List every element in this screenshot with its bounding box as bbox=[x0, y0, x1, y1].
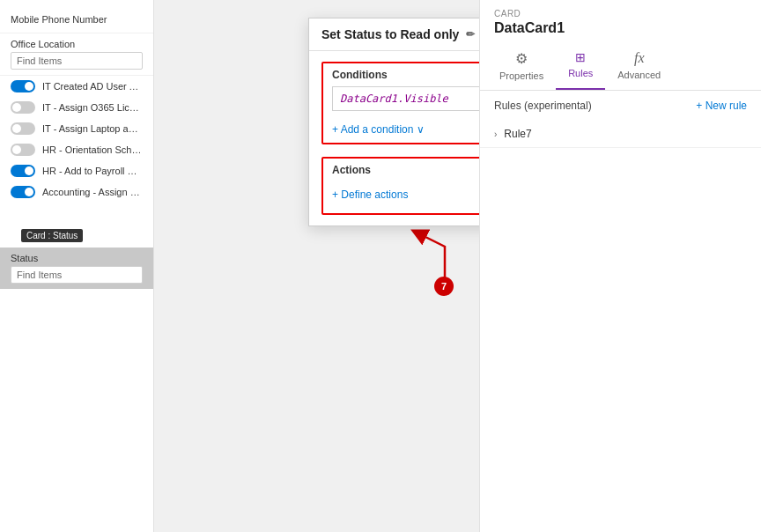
toggle-row-5: Accounting - Assign Debit C bbox=[0, 181, 153, 203]
actions-label: Actions bbox=[323, 159, 479, 180]
chevron-down-icon: ∨ bbox=[417, 123, 425, 136]
rules-title: Rules (experimental) bbox=[494, 100, 592, 112]
actions-section: Actions + Define actions bbox=[321, 157, 479, 215]
conditions-label: Conditions bbox=[323, 63, 479, 85]
toggle-4[interactable] bbox=[11, 165, 35, 177]
chevron-right-icon: › bbox=[494, 129, 497, 139]
conditions-section: Conditions DataCard1.Visible + Add a con… bbox=[321, 62, 479, 144]
define-actions-label: + Define actions bbox=[332, 188, 408, 201]
rule-item-0[interactable]: › Rule7 bbox=[480, 121, 761, 148]
modal-body: Conditions DataCard1.Visible + Add a con… bbox=[309, 51, 479, 225]
toggle-row-4: HR - Add to Payroll System bbox=[0, 160, 153, 181]
toggle-2[interactable] bbox=[11, 122, 35, 135]
toggle-5[interactable] bbox=[11, 186, 35, 198]
toggle-label-3: HR - Orientation Scheduled bbox=[42, 144, 143, 155]
toggle-label-2: IT - Assign Laptop and othe bbox=[42, 123, 143, 134]
set-status-modal: Set Status to Read only ✏ ✕ Conditions D… bbox=[308, 18, 479, 226]
tab-advanced[interactable]: fx Advanced bbox=[605, 43, 673, 90]
mobile-phone-field-group: Mobile Phone Number bbox=[0, 9, 153, 33]
tab-properties[interactable]: ⚙ Properties bbox=[487, 43, 556, 90]
tab-advanced-label: Advanced bbox=[617, 70, 661, 80]
rule-name-0: Rule7 bbox=[504, 128, 531, 140]
office-location-input[interactable]: Find Items bbox=[11, 52, 143, 70]
mobile-phone-label: Mobile Phone Number bbox=[11, 14, 143, 25]
arrow-7-container: 7 bbox=[410, 229, 471, 293]
modal-title-text: Set Status to Read only bbox=[321, 27, 459, 41]
toggle-0[interactable] bbox=[11, 80, 35, 92]
new-rule-button[interactable]: + New rule bbox=[696, 100, 747, 112]
office-location-field-group: Office Location Find Items bbox=[0, 33, 153, 76]
toggle-label-1: IT - Assign O365 Licenses bbox=[42, 102, 143, 113]
right-panel: CARD DataCard1 ⚙ Properties ⊞ Rules fx A… bbox=[479, 0, 761, 532]
status-section: Status Find Items bbox=[0, 248, 153, 289]
properties-icon: ⚙ bbox=[515, 50, 528, 67]
toggle-label-4: HR - Add to Payroll System bbox=[42, 166, 143, 176]
toggle-row-1: IT - Assign O365 Licenses bbox=[0, 97, 153, 118]
status-label: Status bbox=[11, 253, 143, 263]
toggle-1[interactable] bbox=[11, 101, 35, 114]
toggle-row-0: IT Created AD User Accoun bbox=[0, 76, 153, 97]
advanced-icon: fx bbox=[634, 50, 645, 66]
condition-code: DataCard1.Visible bbox=[332, 86, 479, 111]
status-find-input[interactable]: Find Items bbox=[11, 266, 143, 284]
badge-7: 7 bbox=[434, 277, 454, 296]
toggle-row-2: IT - Assign Laptop and othe bbox=[0, 118, 153, 139]
rules-icon: ⊞ bbox=[575, 50, 586, 64]
modal-header: Set Status to Read only ✏ ✕ bbox=[309, 18, 479, 51]
rules-header: Rules (experimental) + New rule bbox=[480, 91, 761, 121]
modal-title: Set Status to Read only ✏ bbox=[321, 27, 475, 41]
toggle-row-3: HR - Orientation Scheduled bbox=[0, 139, 153, 160]
add-condition-label: + Add a condition bbox=[332, 123, 413, 136]
tab-rules[interactable]: ⊞ Rules bbox=[556, 43, 605, 90]
toggle-label-5: Accounting - Assign Debit C bbox=[42, 187, 143, 197]
toggle-label-0: IT Created AD User Accoun bbox=[42, 81, 143, 92]
tab-rules-label: Rules bbox=[568, 68, 593, 78]
card-status-tooltip: Card : Status bbox=[21, 229, 83, 242]
define-actions-button[interactable]: + Define actions bbox=[323, 180, 417, 213]
card-title: DataCard1 bbox=[480, 20, 761, 43]
office-location-label: Office Location bbox=[11, 39, 143, 49]
tab-properties-label: Properties bbox=[499, 70, 543, 81]
main-content: Set Status to Read only ✏ ✕ Conditions D… bbox=[154, 0, 479, 532]
edit-icon[interactable]: ✏ bbox=[466, 28, 475, 41]
toggle-3[interactable] bbox=[11, 144, 35, 156]
left-panel: Mobile Phone Number Office Location Find… bbox=[0, 0, 154, 532]
add-condition-button[interactable]: + Add a condition ∨ bbox=[323, 118, 433, 143]
arrow-7-svg bbox=[410, 229, 471, 291]
card-label: CARD bbox=[480, 0, 761, 20]
tab-bar: ⚙ Properties ⊞ Rules fx Advanced bbox=[480, 43, 761, 91]
